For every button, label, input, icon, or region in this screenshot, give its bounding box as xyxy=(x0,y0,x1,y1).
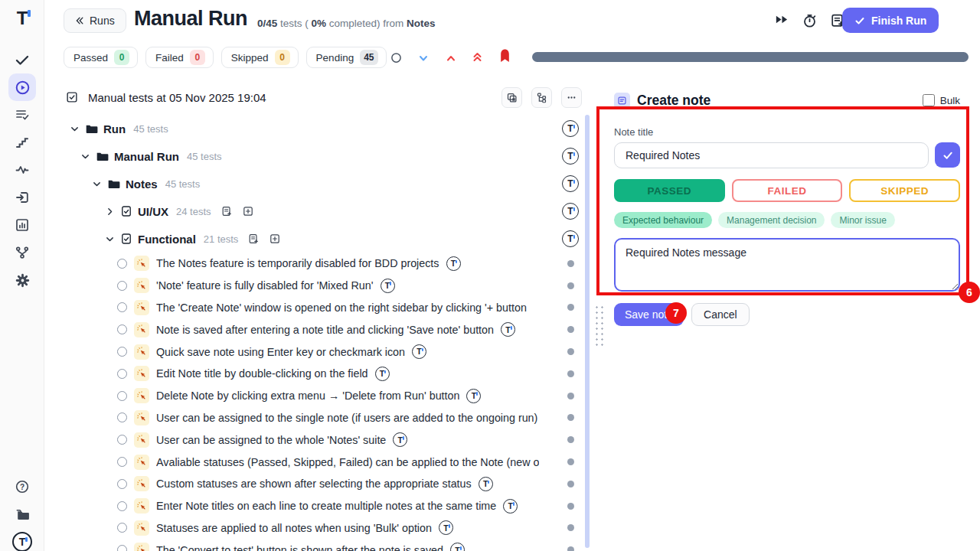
tag-chip[interactable]: Minor issue xyxy=(831,212,894,228)
status-circle-icon[interactable] xyxy=(117,281,127,291)
test-row[interactable]: 'Note' feature is fully disabled for 'Mi… xyxy=(65,275,574,297)
tag-chip[interactable]: Management decision xyxy=(718,212,825,228)
analytics-icon[interactable] xyxy=(0,213,44,237)
test-title[interactable]: The 'Convert to test' button is shown af… xyxy=(156,544,443,551)
chevron-down-icon[interactable] xyxy=(80,152,90,161)
testomat-badge-icon[interactable]: T xyxy=(562,120,579,137)
back-to-runs-button[interactable]: Runs xyxy=(64,8,126,33)
filter-pending-button[interactable]: Pending45 xyxy=(306,47,387,68)
status-circle-icon[interactable] xyxy=(117,347,127,357)
settings-gear-icon[interactable] xyxy=(0,268,44,292)
finish-run-button[interactable]: Finish Run xyxy=(842,8,939,33)
status-circle-icon[interactable] xyxy=(117,302,127,312)
test-title[interactable]: Quick save note using Enter key or check… xyxy=(156,346,405,358)
test-title[interactable]: Edit Note title by double-clicking on th… xyxy=(156,367,368,380)
suite-row[interactable]: UI/UX 24 tests T xyxy=(65,197,579,225)
test-row[interactable]: User can be assigned to the single note … xyxy=(65,407,574,429)
suite-name[interactable]: Manual Run xyxy=(114,150,179,163)
filter-skipped-button[interactable]: Skipped0 xyxy=(221,47,299,68)
status-failed-button[interactable]: FAILED xyxy=(732,179,843,202)
testomat-badge-icon[interactable]: T xyxy=(562,230,579,247)
test-row[interactable]: Quick save note using Enter key or check… xyxy=(65,341,574,363)
suite-name[interactable]: UI/UX xyxy=(138,205,168,218)
testomat-logo-icon[interactable]: T xyxy=(0,6,44,31)
test-title[interactable]: Enter Note titles on each line to create… xyxy=(156,500,496,512)
tree-view-icon[interactable] xyxy=(531,87,552,108)
status-circle-icon[interactable] xyxy=(117,545,127,551)
add-note-icon[interactable] xyxy=(220,205,233,217)
quick-save-button[interactable] xyxy=(935,142,960,168)
status-circle-icon[interactable] xyxy=(117,479,127,489)
add-test-icon[interactable] xyxy=(242,205,254,217)
test-title[interactable]: The 'Create Note' window is opened on th… xyxy=(156,302,527,314)
suite-row[interactable]: Run 45 tests T xyxy=(65,115,579,142)
test-row[interactable]: Note is saved after entering a note titl… xyxy=(65,318,574,341)
status-circle-icon[interactable] xyxy=(117,324,127,334)
add-test-icon[interactable] xyxy=(269,233,281,245)
test-row[interactable]: Statuses are applied to all notes when u… xyxy=(65,517,574,540)
import-icon[interactable] xyxy=(0,185,44,210)
status-circle-icon[interactable] xyxy=(117,391,127,401)
suite-row[interactable]: Manual Run 45 tests T xyxy=(65,142,579,170)
test-title[interactable]: Custom statuses are shown after selectin… xyxy=(156,478,472,490)
cancel-button[interactable]: Cancel xyxy=(691,303,750,326)
note-message-textarea[interactable]: Required Notes message xyxy=(614,238,960,292)
branches-icon[interactable] xyxy=(0,240,44,265)
status-circle-icon[interactable] xyxy=(117,259,127,269)
test-row[interactable]: The Notes feature is temporarily disable… xyxy=(65,253,574,275)
status-circle-icon[interactable] xyxy=(117,369,127,379)
help-icon[interactable]: ? xyxy=(0,474,44,499)
test-title[interactable]: Statuses are applied to all notes when u… xyxy=(156,522,432,534)
test-title[interactable]: User can be assigned to the single note … xyxy=(156,412,537,424)
test-title[interactable]: 'Note' feature is fully disabled for 'Mi… xyxy=(156,279,374,292)
testomat-badge-icon[interactable]: T xyxy=(562,203,579,220)
steps-icon[interactable] xyxy=(0,130,44,155)
chevron-up-icon[interactable] xyxy=(446,53,456,64)
testomat-logo-icon[interactable]: T xyxy=(0,530,44,551)
chevron-down-icon[interactable] xyxy=(418,53,429,64)
test-row[interactable]: Delete Note by clicking extra menu → 'De… xyxy=(65,385,574,407)
test-title[interactable]: Delete Note by clicking extra menu → 'De… xyxy=(156,390,459,402)
test-plans-icon[interactable] xyxy=(0,103,44,127)
add-note-icon[interactable] xyxy=(247,233,260,245)
testomat-badge-icon[interactable]: T xyxy=(562,148,579,165)
runs-play-icon[interactable] xyxy=(0,75,44,99)
chevron-down-icon[interactable] xyxy=(92,179,102,189)
chevron-down-icon[interactable] xyxy=(70,124,80,134)
status-skipped-button[interactable]: SKIPPED xyxy=(849,179,960,202)
suite-row[interactable]: Functional 21 tests T xyxy=(65,225,579,253)
test-row[interactable]: The 'Create Note' window is opened on th… xyxy=(65,297,574,319)
double-chevron-up-icon[interactable] xyxy=(472,51,483,64)
filter-passed-button[interactable]: Passed0 xyxy=(64,47,138,68)
test-row[interactable]: User can be assigned to the whole 'Notes… xyxy=(65,429,574,451)
testomat-badge-icon[interactable]: T xyxy=(562,175,579,192)
projects-folder-icon[interactable] xyxy=(0,502,44,527)
note-title-input[interactable] xyxy=(614,142,929,168)
test-title[interactable]: The Notes feature is temporarily disable… xyxy=(156,257,439,269)
filter-failed-button[interactable]: Failed0 xyxy=(145,47,214,68)
suite-row[interactable]: Notes 45 tests T xyxy=(65,170,579,197)
test-row[interactable]: The 'Convert to test' button is shown af… xyxy=(65,539,574,551)
circle-icon[interactable] xyxy=(390,52,402,64)
suite-name[interactable]: Functional xyxy=(138,233,196,246)
copy-icon[interactable] xyxy=(501,87,522,108)
timer-icon[interactable] xyxy=(802,12,818,28)
test-row[interactable]: Enter Note titles on each line to create… xyxy=(65,495,574,517)
suite-name[interactable]: Notes xyxy=(126,178,158,191)
status-circle-icon[interactable] xyxy=(117,412,127,422)
test-row[interactable]: Avaliable statuses (Passed, Skipped, Fai… xyxy=(65,451,574,473)
save-note-button[interactable]: Save note xyxy=(614,303,684,326)
bookmark-icon[interactable] xyxy=(499,48,511,64)
status-circle-icon[interactable] xyxy=(117,435,127,445)
tree-scrollbar[interactable] xyxy=(585,115,590,548)
status-circle-icon[interactable] xyxy=(117,457,127,467)
panel-resize-handle[interactable] xyxy=(593,303,603,346)
bulk-checkbox[interactable] xyxy=(923,94,935,106)
test-row[interactable]: Custom statuses are shown after selectin… xyxy=(65,473,574,495)
test-row[interactable]: Edit Note title by double-clicking on th… xyxy=(65,363,574,385)
pulse-icon[interactable] xyxy=(0,158,44,182)
test-title[interactable]: Note is saved after entering a note titl… xyxy=(156,324,494,336)
status-circle-icon[interactable] xyxy=(117,523,127,533)
chevron-down-icon[interactable] xyxy=(105,234,115,244)
chevron-right-icon[interactable] xyxy=(105,207,115,217)
